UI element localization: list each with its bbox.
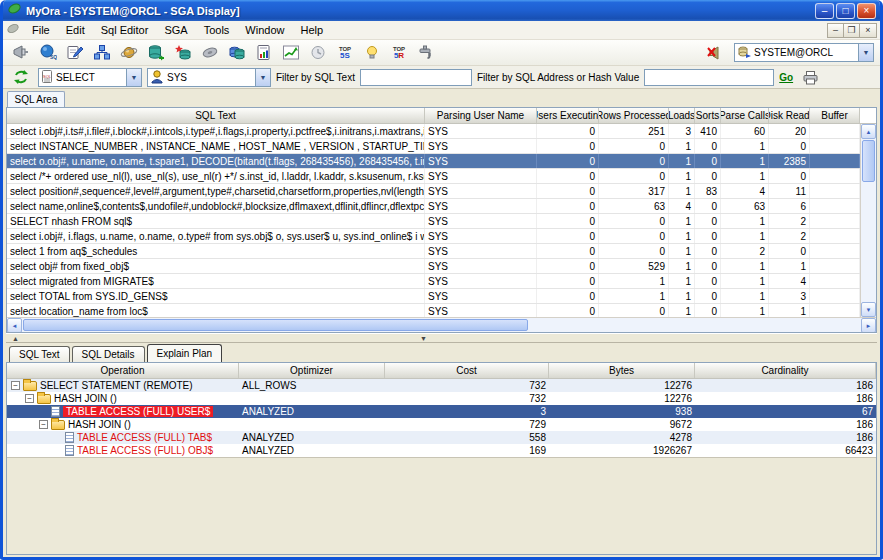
- cell-operation: −HASH JOIN (): [7, 392, 239, 405]
- splitter-collapse-down-icon[interactable]: ▼: [420, 334, 427, 344]
- table-row[interactable]: select INSTANCE_NUMBER , INSTANCE_NAME ,…: [7, 139, 876, 154]
- table-row[interactable]: select TOTAL from SYS.ID_GENS$SYS011013: [7, 289, 876, 304]
- explain-plan-row[interactable]: −HASH JOIN ()73212276186: [7, 392, 876, 405]
- table-row[interactable]: select name,online$,contents$,undofile#,…: [7, 199, 876, 214]
- table-row[interactable]: select position#,sequence#,level#,argume…: [7, 184, 876, 199]
- scroll-left-icon[interactable]: ◄: [7, 318, 22, 333]
- report-icon[interactable]: [252, 43, 276, 63]
- connection-select[interactable]: SYSTEM@ORCL ▼: [734, 43, 874, 62]
- storage-icon[interactable]: [225, 43, 249, 63]
- tuning-bulb-icon[interactable]: [360, 43, 384, 63]
- tab-sql-text[interactable]: SQL Text: [9, 346, 70, 362]
- go-button[interactable]: Go: [779, 72, 793, 83]
- refresh-icon[interactable]: [9, 67, 33, 87]
- explain-plan-row[interactable]: −TABLE ACCESS (FULL) OBJ$ANALYZED1691926…: [7, 444, 876, 457]
- sql-statement-icon: SQL: [41, 69, 53, 86]
- menu-item-sql-editor[interactable]: Sql Editor: [93, 23, 157, 37]
- cell-cardinality: 66423: [695, 444, 876, 457]
- top-5-sql-icon[interactable]: TOP5S: [333, 46, 357, 60]
- sql-editor-icon[interactable]: [63, 43, 87, 63]
- splitter-bar[interactable]: ▲ ▼: [6, 333, 877, 343]
- table-row[interactable]: select /*+ ordered use_nl(l), use_nl(s),…: [7, 169, 876, 184]
- memory-icon[interactable]: [198, 43, 222, 63]
- column-header-parsing-user-name[interactable]: Parsing User Name: [425, 108, 537, 123]
- tree-expander-icon[interactable]: −: [11, 381, 20, 390]
- table-row[interactable]: select i.obj#, i.flags, u.name, o.name, …: [7, 229, 876, 244]
- cell-sql-text: select TOTAL from SYS.ID_GENS$: [7, 289, 425, 303]
- column-header-rows-processed[interactable]: Rows Processed: [599, 108, 669, 123]
- top-5-resources-icon[interactable]: TOP5R: [387, 46, 411, 60]
- menu-item-help[interactable]: Help: [292, 23, 331, 37]
- column-header-sql-text[interactable]: SQL Text: [7, 108, 425, 123]
- mdi-restore-button[interactable]: ❐: [844, 24, 860, 37]
- disconnect-icon[interactable]: [704, 43, 728, 63]
- cell-value: 1: [721, 214, 769, 228]
- vertical-scrollbar[interactable]: ▲ ▼: [860, 124, 876, 317]
- tab-sql-area[interactable]: SQL Area: [7, 91, 65, 107]
- new-connection-icon[interactable]: [171, 43, 195, 63]
- title-bar[interactable]: MyOra - [SYSTEM@ORCL - SGA Display] – □ …: [3, 0, 880, 21]
- mdi-minimize-button[interactable]: –: [828, 24, 844, 37]
- column-header-parse-calls[interactable]: Parse Calls: [721, 108, 769, 123]
- filter-address-input[interactable]: [644, 69, 774, 86]
- cell-value: 0: [769, 139, 810, 153]
- column-header-bytes[interactable]: Bytes: [549, 363, 695, 378]
- vertical-scroll-thumb[interactable]: [862, 140, 875, 182]
- filter-sql-text-input[interactable]: [360, 69, 472, 86]
- column-header-sorts[interactable]: Sorts: [695, 108, 721, 123]
- explain-plan-row[interactable]: −SELECT STATEMENT (REMOTE)ALL_ROWS732122…: [7, 379, 876, 392]
- horizontal-scrollbar[interactable]: ◄ ►: [7, 317, 876, 332]
- scroll-down-icon[interactable]: ▼: [861, 302, 876, 317]
- print-icon[interactable]: [798, 67, 822, 87]
- menu-item-file[interactable]: File: [24, 23, 58, 37]
- column-header-operation[interactable]: Operation: [7, 363, 239, 378]
- table-row[interactable]: select i.obj#,i.ts#,i.file#,i.block#,i.i…: [7, 124, 876, 139]
- statement-type-select[interactable]: SQL SELECT ▼: [38, 68, 142, 87]
- connect-icon[interactable]: [9, 43, 33, 63]
- menu-item-sga[interactable]: SGA: [156, 23, 195, 37]
- history-icon[interactable]: [306, 43, 330, 63]
- performance-chart-icon[interactable]: [279, 43, 303, 63]
- table-row[interactable]: select 1 from aq$_schedulesSYS001020: [7, 244, 876, 259]
- column-header-disk-reads[interactable]: Disk Reads: [769, 108, 810, 123]
- column-header-cardinality[interactable]: Cardinality: [695, 363, 876, 378]
- kill-session-icon[interactable]: [414, 43, 438, 63]
- explain-plan-row[interactable]: −HASH JOIN ()7299672186: [7, 418, 876, 431]
- cell-value: 1: [721, 229, 769, 243]
- splitter-collapse-up-icon[interactable]: ▲: [12, 334, 19, 344]
- table-row[interactable]: select migrated from MIGRATE$SYS011014: [7, 274, 876, 289]
- tree-expander-icon[interactable]: −: [25, 394, 34, 403]
- maximize-button[interactable]: □: [836, 3, 855, 19]
- minimize-button[interactable]: –: [815, 3, 834, 19]
- column-header-cost[interactable]: Cost: [385, 363, 549, 378]
- close-button[interactable]: ×: [857, 3, 876, 19]
- tab-explain-plan[interactable]: Explain Plan: [147, 344, 223, 362]
- horizontal-scroll-thumb[interactable]: [23, 319, 528, 331]
- menu-item-tools[interactable]: Tools: [196, 23, 238, 37]
- database-refresh-icon[interactable]: [144, 43, 168, 63]
- sql-monitor-icon[interactable]: SQL: [36, 43, 60, 63]
- column-header-users-executing[interactable]: Users Executing: [537, 108, 599, 123]
- scroll-right-icon[interactable]: ►: [861, 318, 876, 333]
- filter-sql-text-label: Filter by SQL Text: [276, 72, 355, 83]
- column-header-buffer[interactable]: Buffer: [810, 108, 860, 123]
- network-icon[interactable]: [90, 43, 114, 63]
- session-browser-icon[interactable]: [117, 43, 141, 63]
- table-row[interactable]: SELECT nhash FROM sql$SYS001012: [7, 214, 876, 229]
- mdi-close-button[interactable]: ×: [860, 24, 876, 37]
- scroll-up-icon[interactable]: ▲: [861, 124, 876, 139]
- tree-expander-icon[interactable]: −: [39, 420, 48, 429]
- schema-select[interactable]: SYS ▼: [147, 68, 271, 87]
- column-header-optimizer[interactable]: Optimizer: [239, 363, 385, 378]
- explain-plan-row[interactable]: −TABLE ACCESS (FULL) TAB$ANALYZED5584278…: [7, 431, 876, 444]
- cell-cardinality: 186: [695, 418, 876, 431]
- cell-sql-text: select i.obj#, i.flags, u.name, o.name, …: [7, 229, 425, 243]
- menu-item-window[interactable]: Window: [237, 23, 292, 37]
- menu-item-edit[interactable]: Edit: [58, 23, 93, 37]
- column-header-loads[interactable]: Loads: [669, 108, 695, 123]
- table-row[interactable]: select obj# from fixed_obj$SYS05291011: [7, 259, 876, 274]
- explain-plan-row[interactable]: −TABLE ACCESS (FULL) USER$ANALYZED393867: [7, 405, 876, 418]
- cell-value: 4: [669, 199, 695, 213]
- table-row[interactable]: select o.obj#, u.name, o.name, t.spare1,…: [7, 154, 876, 169]
- tab-sql-details[interactable]: SQL Details: [72, 346, 145, 362]
